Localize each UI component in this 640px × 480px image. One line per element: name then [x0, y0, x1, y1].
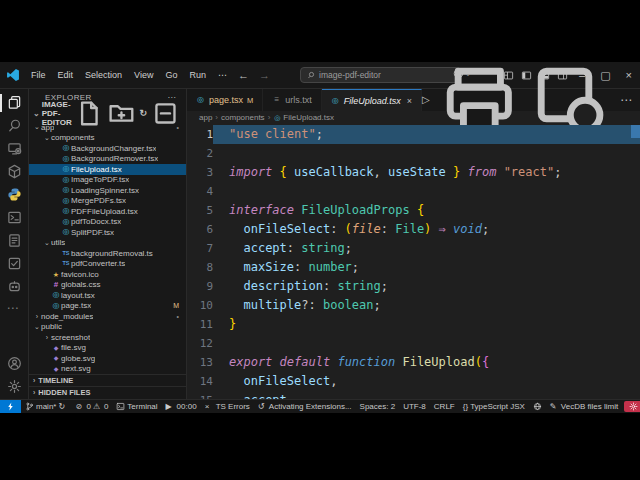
tree-item-globe.svg[interactable]: ◆globe.svg: [29, 353, 186, 364]
code-line-4[interactable]: 4: [187, 182, 640, 201]
nav-back-button[interactable]: ←: [234, 69, 253, 81]
menu-go[interactable]: Go: [160, 68, 182, 82]
tree-item-SplitPDF.tsx[interactable]: ◎SplitPDF.tsx: [29, 227, 186, 238]
code-line-11[interactable]: 11}: [187, 315, 640, 334]
tree-item-FileUpload.tsx[interactable]: ◎FileUpload.tsx: [29, 164, 186, 175]
code-line-7[interactable]: 7 accept: string;: [187, 239, 640, 258]
menu-[interactable]: ⋯: [213, 68, 232, 82]
line-number: 2: [187, 144, 213, 163]
timeline-section[interactable]: › TIMELINE: [29, 374, 186, 386]
code-line-12[interactable]: 12: [187, 334, 640, 353]
tree-item-label: SplitPDF.tsx: [71, 228, 114, 237]
tab-FileUpload.tsx[interactable]: ◎FileUpload.tsx×: [322, 89, 422, 111]
breadcrumb-item-app[interactable]: app: [199, 113, 212, 122]
tree-item-LoadingSpinner.tsx[interactable]: ◎LoadingSpinner.tsx: [29, 185, 186, 196]
status-git-branch[interactable]: main*↻: [21, 400, 71, 413]
play-icon: ▶: [166, 402, 175, 411]
menu-run[interactable]: Run: [184, 68, 211, 82]
cube-icon: [7, 164, 22, 179]
code-line-3[interactable]: 3import { useCallback, useState } from "…: [187, 163, 640, 182]
tree-item-ImageToPDF.tsx[interactable]: ◎ImageToPDF.tsx: [29, 175, 186, 186]
activity-robot[interactable]: [0, 279, 28, 295]
tree-item-PDFFileUpload.tsx[interactable]: ◎PDFFileUpload.tsx: [29, 206, 186, 217]
status-terminal[interactable]: Terminal: [112, 400, 161, 413]
status-eol[interactable]: CRLF: [430, 400, 459, 413]
tree-item-node_modules[interactable]: ›node_modules•: [29, 311, 186, 322]
tree-item-app[interactable]: ⌄app•: [29, 122, 186, 133]
code-line-15[interactable]: 15 accept,: [187, 391, 640, 399]
status-activating-extensions[interactable]: ↺Activating Extensions...: [254, 400, 356, 413]
activity-terminal-box[interactable]: [0, 210, 28, 226]
tree-item-BackgroundRemover.tsx[interactable]: ◎BackgroundRemover.tsx: [29, 154, 186, 165]
status-browser[interactable]: [529, 400, 546, 413]
activity-remote-explorer[interactable]: [0, 141, 28, 157]
tree-item-label: page.tsx: [61, 301, 91, 310]
tree-item-components[interactable]: ⌄components: [29, 133, 186, 144]
code-line-1[interactable]: 1"use client";: [187, 125, 640, 144]
status-ts-errors[interactable]: ×TS Errors: [201, 400, 254, 413]
tree-item-file.svg[interactable]: ◆file.svg: [29, 343, 186, 354]
react-file-icon: ◎: [331, 97, 340, 105]
tree-item-globals.css[interactable]: #globals.css: [29, 280, 186, 291]
code-line-10[interactable]: 10 multiple?: boolean;: [187, 296, 640, 315]
tree-item-BackgroundChanger.tsx[interactable]: ◎BackgroundChanger.tsx: [29, 143, 186, 154]
activity-python[interactable]: [0, 187, 28, 203]
menu-view[interactable]: View: [129, 68, 158, 82]
tree-item-public[interactable]: ⌄public: [29, 322, 186, 333]
code-line-8[interactable]: 8 maxSize: number;: [187, 258, 640, 277]
tree-item-backgroundRemoval.ts[interactable]: TSbackgroundRemoval.ts: [29, 248, 186, 259]
tree-item-page.tsx[interactable]: ◎page.tsxM: [29, 301, 186, 312]
activity-files[interactable]: [0, 95, 28, 111]
code-line-5[interactable]: 5interface FileUploadProps {: [187, 201, 640, 220]
tab-urls.txt[interactable]: ≡urls.txt: [263, 89, 322, 111]
menu-file[interactable]: File: [26, 68, 51, 82]
line-number: 11: [187, 315, 213, 334]
breadcrumb-item-components[interactable]: components: [221, 113, 265, 122]
status-problems[interactable]: ⊘0⚠0: [71, 400, 112, 413]
activity-ellipsis[interactable]: ⋯: [0, 302, 28, 318]
code-line-2[interactable]: 2: [187, 144, 640, 163]
close-button[interactable]: ×: [622, 69, 636, 81]
status-zencoder[interactable]: Zencoder: [624, 401, 640, 412]
chevron-down-icon: ⌄: [43, 134, 51, 142]
status-indentation[interactable]: Spaces: 2: [356, 400, 400, 413]
tree-item-next.svg[interactable]: ◆next.svg: [29, 364, 186, 375]
activity-notebook[interactable]: [0, 233, 28, 249]
run-button[interactable]: ▷: [422, 95, 430, 105]
activity-cube[interactable]: [0, 164, 28, 180]
tree-item-pdfToDocx.tsx[interactable]: ◎pdfToDocx.tsx: [29, 217, 186, 228]
menu-selection[interactable]: Selection: [80, 68, 127, 82]
status-language-mode[interactable]: {} TypeScript JSX: [459, 400, 529, 413]
code-line-14[interactable]: 14 onFileSelect,: [187, 372, 640, 391]
tree-item-utils[interactable]: ⌄utils: [29, 238, 186, 249]
tab-close-icon[interactable]: ×: [407, 96, 412, 106]
tree-item-favicon.ico[interactable]: ★favicon.ico: [29, 269, 186, 280]
status-timer[interactable]: ▶00:00: [162, 400, 201, 413]
menu-edit[interactable]: Edit: [53, 68, 79, 82]
breadcrumb-item-FileUpload.tsx[interactable]: ◎FileUpload.tsx: [273, 113, 334, 122]
code-editor[interactable]: 1"use client";23import { useCallback, us…: [187, 123, 640, 399]
tree-item-MergePDFs.tsx[interactable]: ◎MergePDFs.tsx: [29, 196, 186, 207]
more-button[interactable]: ⋯: [620, 94, 632, 106]
code-line-13[interactable]: 13export default function FileUpload({: [187, 353, 640, 372]
react-file-icon: ◎: [51, 302, 61, 310]
status-vecdb-files-limit[interactable]: ✎VecDB files limit: [546, 400, 622, 413]
hidden-files-section[interactable]: › HIDDEN FILES: [29, 386, 186, 398]
code-line-9[interactable]: 9 description: string;: [187, 277, 640, 296]
tree-item-pdfConverter.ts[interactable]: TSpdfConverter.ts: [29, 259, 186, 270]
tree-item-layout.tsx[interactable]: ◎layout.tsx: [29, 290, 186, 301]
activity-search[interactable]: [0, 118, 28, 134]
code-line-6[interactable]: 6 onFileSelect: (file: File) ⇒ void;: [187, 220, 640, 239]
tab-page.tsx[interactable]: ◎page.tsxM: [187, 89, 263, 111]
activity-account[interactable]: [0, 356, 28, 372]
activity-checklist[interactable]: [0, 256, 28, 272]
status-remote[interactable]: [0, 400, 21, 413]
project-section-header[interactable]: ⌄ IMAGE-PDF-EDITOR ↻: [29, 105, 186, 122]
tree-item-screenshot[interactable]: ›screenshot: [29, 332, 186, 343]
chevron-right-icon: ›: [33, 389, 35, 396]
activity-gear[interactable]: [0, 379, 28, 395]
nav-forward-button[interactable]: →: [255, 69, 274, 81]
workbench-body: ⋯ EXPLORER ⋯ ⌄ IMAGE-PDF-EDITOR ↻ ⌄app•⌄…: [0, 89, 640, 399]
status-encoding[interactable]: UTF-8: [399, 400, 430, 413]
refresh-button[interactable]: ↻: [140, 109, 148, 118]
